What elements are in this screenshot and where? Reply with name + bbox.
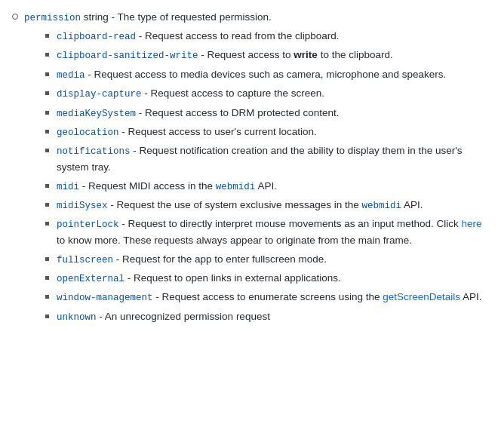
square-bullet	[45, 276, 49, 280]
item-description: - Request access to read from the clipbo…	[139, 30, 340, 41]
list-item: pointerLock - Request to directly interp…	[45, 216, 489, 248]
permission-code: notifications	[57, 146, 131, 157]
item-description: - Request the use of system exclusive me…	[110, 199, 361, 210]
item-description-cont: API.	[460, 291, 482, 302]
item-text: midi - Request MIDI access in the webmid…	[57, 179, 489, 195]
permission-code: media	[57, 70, 85, 81]
square-bullet	[45, 184, 49, 188]
list-item: notifications - Request notification cre…	[45, 143, 489, 175]
item-description: - Request access to user's current locat…	[121, 126, 316, 137]
item-description-cont: API.	[401, 199, 423, 210]
list-item: window-management - Request access to en…	[45, 290, 489, 305]
permission-code: geolocation	[57, 127, 119, 138]
list-item: midi - Request MIDI access in the webmid…	[45, 179, 489, 195]
square-bullet	[45, 257, 49, 261]
item-description: - Request access to capture the screen.	[144, 87, 324, 99]
list-item: geolocation - Request access to user's c…	[45, 124, 489, 140]
param-name: permission	[24, 13, 81, 23]
item-text: mediaKeySystem - Request access to DRM p…	[57, 106, 489, 121]
list-item: media - Request access to media devices …	[45, 67, 489, 83]
list-item: unknown - An unrecognized permission req…	[45, 309, 489, 325]
top-level-item: permission string - The type of requeste…	[12, 9, 489, 328]
item-text: media - Request access to media devices …	[57, 67, 489, 83]
item-description: - Request access to enumerate screens us…	[155, 291, 383, 302]
list-item: openExternal - Request to open links in …	[45, 271, 489, 287]
list-item: clipboard-sanitized-write - Request acce…	[45, 48, 489, 63]
inline-code: webmidi	[361, 201, 401, 211]
permission-code: fullscreen	[57, 255, 113, 265]
item-description: - Request access to write to the clipboa…	[201, 49, 392, 60]
square-bullet	[45, 203, 49, 207]
item-description: - Request to directly interpret mouse mo…	[121, 218, 461, 229]
item-description: - Request for the app to enter fullscree…	[116, 253, 327, 265]
permission-code: clipboard-read	[57, 32, 136, 42]
list-item: clipboard-read - Request access to read …	[45, 29, 489, 44]
square-bullet	[45, 149, 49, 152]
list-item: midiSysex - Request the use of system ex…	[45, 198, 489, 213]
permission-code: unknown	[57, 312, 97, 323]
item-description: - Request access to media devices such a…	[88, 69, 446, 80]
square-bullet	[45, 130, 49, 133]
top-item-content: permission string - The type of requeste…	[24, 9, 489, 328]
item-text: unknown - An unrecognized permission req…	[57, 309, 489, 325]
inline-code: webmidi	[216, 182, 256, 192]
item-description-cont: API.	[255, 180, 277, 192]
item-text: pointerLock - Request to directly interp…	[57, 216, 489, 248]
permission-code: midiSysex	[57, 201, 108, 211]
permission-code: window-management	[57, 293, 153, 303]
item-description: - An unrecognized permission request	[99, 311, 270, 322]
square-bullet	[45, 295, 49, 299]
get-screen-details-link[interactable]: getScreenDetails	[383, 291, 460, 302]
item-text: clipboard-sanitized-write - Request acce…	[57, 48, 489, 63]
item-text: display-capture - Request access to capt…	[57, 86, 489, 102]
permission-code: display-capture	[57, 89, 142, 100]
list-item: display-capture - Request access to capt…	[45, 86, 489, 102]
item-description: - Request MIDI access in the	[82, 180, 216, 192]
list-item: mediaKeySystem - Request access to DRM p…	[45, 106, 489, 121]
param-type: string - The type of requested permissio…	[84, 11, 272, 23]
item-description: - Request to open links in external appl…	[128, 272, 341, 284]
here-link[interactable]: here	[461, 218, 481, 229]
permission-code: pointerLock	[57, 219, 119, 230]
item-text: clipboard-read - Request access to read …	[57, 29, 489, 44]
permission-code: clipboard-sanitized-write	[57, 51, 198, 61]
square-bullet	[45, 111, 49, 115]
permission-code: openExternal	[57, 274, 124, 284]
square-bullet	[45, 53, 49, 57]
permission-code: mediaKeySystem	[57, 109, 136, 119]
item-text: midiSysex - Request the use of system ex…	[57, 198, 489, 213]
square-bullet	[45, 91, 49, 95]
item-text: fullscreen - Request for the app to ente…	[57, 252, 489, 268]
square-bullet	[45, 222, 49, 226]
square-bullet	[45, 34, 49, 38]
square-bullet	[45, 72, 49, 76]
item-text: geolocation - Request access to user's c…	[57, 124, 489, 140]
item-description-cont: to know more. These requests always appe…	[57, 235, 412, 246]
list-item: fullscreen - Request for the app to ente…	[45, 252, 489, 268]
item-text: window-management - Request access to en…	[57, 290, 489, 305]
circle-bullet	[12, 14, 18, 20]
permissions-list: clipboard-read - Request access to read …	[24, 29, 489, 325]
item-description: - Request access to DRM protected conten…	[139, 107, 340, 118]
permission-code: midi	[57, 182, 79, 192]
square-bullet	[45, 315, 49, 318]
item-text: openExternal - Request to open links in …	[57, 271, 489, 287]
item-text: notifications - Request notification cre…	[57, 143, 489, 175]
